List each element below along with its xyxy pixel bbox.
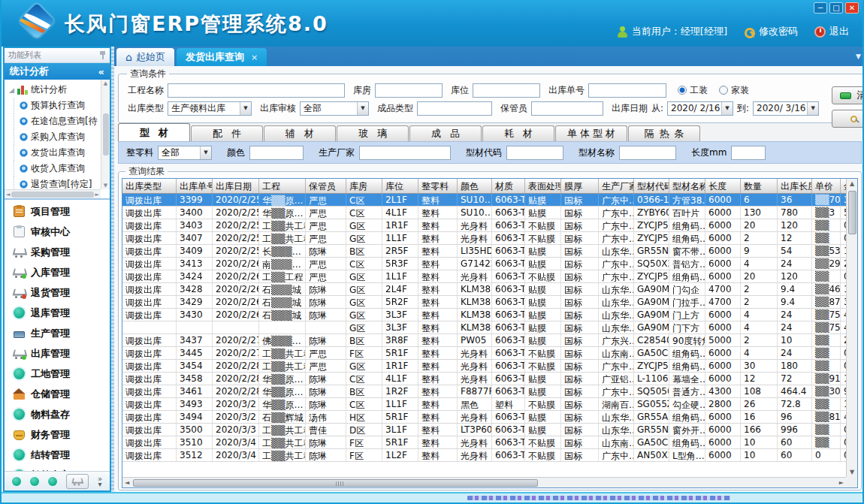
tree-hscroll-thumb[interactable] <box>11 192 93 198</box>
table-row[interactable]: 调拨出库34932020/3/2华▒▒原…陈琳C区1L1F整料黑色塑料不贴膜国标… <box>122 398 846 411</box>
scroll-left-icon[interactable]: ◄ <box>6 192 10 198</box>
column-header-整零料[interactable]: 整零料 <box>418 179 458 193</box>
table-row[interactable]: G区3L3F整料KLM38176063-T5贴膜国标山东华…GA90M09.门下… <box>122 321 846 334</box>
column-header-单价[interactable]: 单价 <box>812 179 841 193</box>
radio-jiazhuang[interactable]: 家装 <box>719 84 749 97</box>
material-tab-隔热条[interactable]: 隔热条 <box>628 125 700 141</box>
scroll-down-icon[interactable]: ▼ <box>850 469 854 475</box>
tab-shipment-query[interactable]: 发货出库查询 × <box>177 48 267 66</box>
column-header-出库单号[interactable]: 出库单号 <box>177 179 213 193</box>
scroll-right-icon[interactable]: ► <box>95 192 99 198</box>
table-row[interactable]: 调拨出库34072020/2/25工▒▒共工程严思G区1L1F整料光身料6063… <box>122 232 846 245</box>
tree-item-采购入库查询[interactable]: 采购入库查询 <box>9 129 101 145</box>
column-header-材质[interactable]: 材质 <box>492 179 525 193</box>
logout-button[interactable]: 退出 <box>814 25 849 38</box>
column-header-长度[interactable]: 长度 <box>705 179 741 193</box>
tree-item-退货查询[待定][interactable]: 退货查询[待定] <box>9 177 101 189</box>
date-from-picker[interactable]: 2020/ 2/16▼ <box>667 101 733 116</box>
sidebar-item-财务管理[interactable]: 财务管理 <box>5 424 110 445</box>
tree-horizontal-scrollbar[interactable]: ◄► <box>5 189 101 198</box>
tree-item-收货入库查询[interactable]: 收货入库查询 <box>9 161 101 177</box>
cart-shortcut-button[interactable] <box>66 474 89 489</box>
scroll-right-icon[interactable]: ► <box>839 479 844 486</box>
profile-code-input[interactable] <box>506 146 563 160</box>
sidebar-item-审核中心[interactable]: 审核中心 <box>5 222 110 242</box>
sidebar-item-项目管理[interactable]: 项目管理 <box>5 201 110 222</box>
product-type-input[interactable] <box>417 101 492 116</box>
sidebar-section-header[interactable]: 统计分析 « <box>5 63 110 80</box>
sidebar-item-物料盘存[interactable]: 物料盘存 <box>5 404 110 424</box>
sidebar-item-出库管理[interactable]: 出库管理 <box>5 343 110 364</box>
table-row[interactable]: 调拨出库33992020/2/25华▒▒原…严思C区2L1F整料SU10…606… <box>122 194 846 207</box>
table-row[interactable]: 调拨出库34242020/2/26工▒▒工程严思G区1L1F整料光身料6063-… <box>122 270 846 283</box>
material-tab-玻璃[interactable]: 玻璃 <box>337 125 409 141</box>
column-header-出库日期[interactable]: 出库日期 <box>213 179 259 193</box>
audit-select[interactable]: 全部▼ <box>300 101 369 116</box>
column-header-生产厂家[interactable]: 生产厂家 <box>599 179 634 193</box>
column-header-膜厚[interactable]: 膜厚 <box>561 179 599 193</box>
tree-vertical-scrollbar[interactable]: ▲▼ <box>101 80 110 189</box>
sidebar-item-结转管理[interactable]: 结转管理 <box>5 445 110 465</box>
profile-name-input[interactable] <box>619 146 676 160</box>
scroll-up-icon[interactable]: ▲ <box>104 80 107 86</box>
column-header-数量[interactable]: 数量 <box>741 179 778 193</box>
factory-input[interactable] <box>359 146 451 160</box>
pin-icon[interactable] <box>99 51 106 59</box>
scroll-left-icon[interactable]: ◄ <box>125 479 129 486</box>
table-row[interactable]: 调拨出库34542020/2/28工▒▒共工程严思G区1R1F整料光身料6063… <box>122 360 846 373</box>
out-type-select[interactable]: 生产领料出库▼ <box>168 101 252 116</box>
material-tab-辅材[interactable]: 辅材 <box>264 125 336 141</box>
scroll-up-icon[interactable]: ▲ <box>850 180 854 187</box>
table-row[interactable]: 调拨出库34132020/2/26南▒▒▒…严思C区5R3F整料G7142260… <box>122 258 846 270</box>
column-header-出库类型[interactable]: 出库类型 <box>122 179 177 193</box>
material-tab-配件[interactable]: 配件 <box>191 125 263 141</box>
tree-root[interactable]: ◢统计分析 <box>9 82 101 98</box>
vscroll-thumb[interactable] <box>848 191 856 234</box>
maximize-button[interactable]: □ <box>829 2 843 14</box>
dot-icon[interactable] <box>48 477 57 486</box>
table-row[interactable]: 调拨出库35002020/3/3工▒▒共工程曹佳D区3L1F整料LT3P6060… <box>122 424 846 436</box>
radio-gongzhuang[interactable]: 工装 <box>678 84 708 97</box>
table-row[interactable]: 调拨出库34002020/2/25华▒▒原…严思C区4L1F整料SU10…606… <box>122 207 846 219</box>
table-row[interactable]: 调拨出库35122020/3/4工▒▒共工程陈琳F区1L2F整料光身料6063-… <box>122 449 846 462</box>
material-tab-单体型材[interactable]: 单体型材 <box>555 125 627 141</box>
table-row[interactable]: 调拨出库34032020/2/25工▒▒共工程严思G区1R1F整料光身料6063… <box>122 219 846 232</box>
hscroll-thumb[interactable] <box>133 479 538 487</box>
tree-item-预算执行查询[interactable]: 预算执行查询 <box>9 98 101 113</box>
tree-item-在途信息查询[待[interactable]: 在途信息查询[待 <box>9 113 101 129</box>
sidebar-item-入库管理[interactable]: 入库管理 <box>5 262 110 282</box>
tree-item-发货出库查询[interactable]: 发货出库查询 <box>9 145 101 161</box>
column-header-保管员[interactable]: 保管员 <box>306 179 346 193</box>
minimize-button[interactable]: ─ <box>814 2 827 14</box>
column-header-库房[interactable]: 库房 <box>346 179 382 193</box>
table-horizontal-scrollbar[interactable]: ◄ ► <box>122 477 846 487</box>
more-menus-button[interactable]: »▾ <box>98 476 102 487</box>
column-header-表面处理[interactable]: 表面处理 <box>525 179 561 193</box>
sidebar-item-补单中心[interactable]: 补单中心 <box>5 465 110 471</box>
search-button[interactable]: 查 询 <box>832 110 864 128</box>
project-name-input[interactable] <box>168 83 345 98</box>
clear-conditions-button[interactable]: 清空条件 <box>832 86 864 104</box>
change-password-button[interactable]: 修改密码 <box>744 25 798 38</box>
sidebar-item-退库管理[interactable]: 退库管理 <box>5 303 110 323</box>
table-row[interactable]: 调拨出库34372020/2/27佛▒▒▒…陈琳B区3R8F整料PW056063… <box>122 334 846 347</box>
tab-close-icon[interactable]: × <box>251 53 258 62</box>
date-to-picker[interactable]: 2020/ 3/16▼ <box>753 101 819 116</box>
table-row[interactable]: 调拨出库34292020/2/26石▒▒▒城陈琳G区5R2F整料KLM38176… <box>122 296 846 309</box>
table-row[interactable]: 调拨出库34582020/2/28华▒▒原…陈琳C区4L1F整料光身料6063-… <box>122 373 846 385</box>
material-tab-成品[interactable]: 成品 <box>409 125 482 141</box>
zhengling-select[interactable]: 全部▼ <box>158 146 212 160</box>
keeper-input[interactable] <box>531 101 603 116</box>
tree-vscroll-thumb[interactable] <box>103 113 109 155</box>
tab-home[interactable]: ⌂ 起始页 <box>116 48 174 66</box>
column-header-工程[interactable]: 工程 <box>259 179 306 193</box>
order-no-input[interactable] <box>588 83 666 98</box>
scroll-down-icon[interactable]: ▼ <box>104 183 107 189</box>
table-vertical-scrollbar[interactable]: ▲ ▼ <box>846 179 857 477</box>
column-header-库位[interactable]: 库位 <box>382 179 418 193</box>
warehouse-input[interactable] <box>375 83 443 98</box>
tree-collapse-icon[interactable]: ◢ <box>9 86 14 94</box>
dot-icon[interactable] <box>30 477 39 486</box>
sidebar-item-生产管理[interactable]: 生产管理 <box>5 323 110 343</box>
column-header-出库长度[interactable]: 出库长度 <box>778 179 812 193</box>
